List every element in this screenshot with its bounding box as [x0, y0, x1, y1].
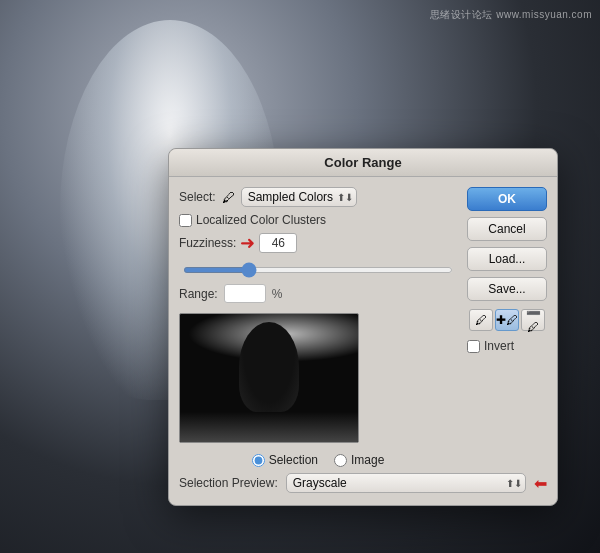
image-radio[interactable]: [334, 454, 347, 467]
localized-label: Localized Color Clusters: [196, 213, 326, 227]
select-label: Select:: [179, 190, 216, 204]
dialog-title: Color Range: [324, 155, 401, 170]
dialog-body: Select: 🖊 Sampled Colors Reds Yellows Gr…: [169, 177, 557, 467]
selection-preview-label: Selection Preview:: [179, 476, 278, 490]
fuzziness-row: Fuzziness: ➜: [179, 233, 457, 253]
dialog-left-panel: Select: 🖊 Sampled Colors Reds Yellows Gr…: [179, 187, 457, 467]
bottom-row: Selection Preview: None Grayscale Black …: [169, 467, 557, 493]
load-button[interactable]: Load...: [467, 247, 547, 271]
fuzziness-slider[interactable]: [183, 267, 453, 273]
fuzziness-arrow-icon: ➜: [240, 234, 255, 252]
range-row: Range: %: [179, 284, 457, 303]
dialog-right-panel: OK Cancel Load... Save... 🖊 ✚🖊 ➖🖊 Invert: [467, 187, 547, 467]
select-wrap: Sampled Colors Reds Yellows Greens Cyans…: [241, 187, 357, 207]
save-button[interactable]: Save...: [467, 277, 547, 301]
selection-radio-item: Selection: [252, 453, 318, 467]
ok-button[interactable]: OK: [467, 187, 547, 211]
invert-row: Invert: [467, 339, 547, 353]
cancel-button[interactable]: Cancel: [467, 217, 547, 241]
eyedropper-row: 🖊 ✚🖊 ➖🖊: [467, 309, 547, 331]
fuzziness-input[interactable]: [259, 233, 297, 253]
localized-color-clusters-row: Localized Color Clusters: [179, 213, 457, 227]
preview-image: [179, 313, 359, 443]
fuzziness-label: Fuzziness:: [179, 236, 236, 250]
slider-row: [179, 259, 457, 278]
preview-arrow-icon: ⬅: [534, 474, 547, 493]
selection-preview-select-wrap: None Grayscale Black Matte White Matte Q…: [286, 473, 526, 493]
eyedropper-inline-icon: 🖊: [222, 190, 235, 205]
invert-label: Invert: [484, 339, 514, 353]
select-row: Select: 🖊 Sampled Colors Reds Yellows Gr…: [179, 187, 457, 207]
localized-checkbox[interactable]: [179, 214, 192, 227]
color-range-dialog: Color Range Select: 🖊 Sampled Colors Red…: [168, 148, 558, 506]
selection-radio-label: Selection: [269, 453, 318, 467]
invert-checkbox[interactable]: [467, 340, 480, 353]
radio-row: Selection Image: [179, 453, 457, 467]
eyedropper-button[interactable]: 🖊: [469, 309, 493, 331]
selection-radio[interactable]: [252, 454, 265, 467]
image-radio-item: Image: [334, 453, 384, 467]
percent-label: %: [272, 287, 283, 301]
selection-preview-select[interactable]: None Grayscale Black Matte White Matte Q…: [286, 473, 526, 493]
range-label: Range:: [179, 287, 218, 301]
eyedropper-plus-button[interactable]: ✚🖊: [495, 309, 519, 331]
preview-figure: [239, 322, 299, 412]
preview-bottom: [180, 412, 358, 442]
sampled-colors-select[interactable]: Sampled Colors Reds Yellows Greens Cyans…: [241, 187, 357, 207]
watermark: 思绪设计论坛 www.missyuan.com: [430, 8, 592, 22]
image-radio-label: Image: [351, 453, 384, 467]
eyedropper-minus-button[interactable]: ➖🖊: [521, 309, 545, 331]
dialog-titlebar: Color Range: [169, 149, 557, 177]
range-input[interactable]: [224, 284, 266, 303]
